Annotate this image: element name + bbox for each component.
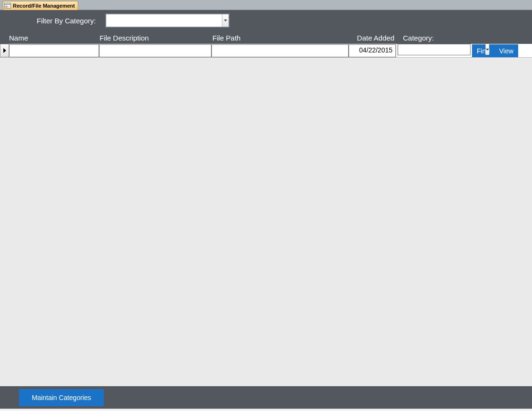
tab-title: Record/File Management <box>13 3 75 9</box>
form-icon <box>4 3 11 9</box>
date-added-field[interactable]: 04/22/2015 <box>349 44 396 57</box>
filter-category-input[interactable] <box>106 14 222 27</box>
view-button[interactable]: View <box>494 44 518 57</box>
svg-marker-8 <box>486 49 489 51</box>
chevron-down-icon <box>486 49 489 51</box>
col-header-date: Date Added <box>350 34 397 42</box>
filter-label: Filter By Category: <box>37 17 96 25</box>
maintain-categories-button[interactable]: Maintain Categories <box>19 389 104 406</box>
data-area: 04/22/2015 Find View <box>0 44 532 58</box>
svg-rect-2 <box>5 6 8 7</box>
svg-marker-6 <box>224 20 227 21</box>
filter-category-combo[interactable] <box>105 13 230 28</box>
column-headers: Name File Description File Path Date Add… <box>0 31 532 43</box>
svg-rect-1 <box>5 3 11 4</box>
name-field[interactable] <box>9 44 99 57</box>
row-selector[interactable] <box>0 44 9 57</box>
chevron-down-icon <box>224 20 227 21</box>
svg-rect-4 <box>8 6 10 7</box>
filter-row: Filter By Category: <box>0 10 532 31</box>
col-header-category: Category: <box>397 34 470 42</box>
svg-marker-7 <box>3 48 6 53</box>
tab-strip: Record/File Management <box>0 0 532 10</box>
path-field[interactable] <box>211 44 349 57</box>
col-header-name: Name <box>9 34 100 42</box>
svg-rect-3 <box>5 7 8 8</box>
category-combo[interactable] <box>398 44 471 55</box>
svg-rect-5 <box>8 7 10 8</box>
filter-category-dropdown-button[interactable] <box>222 14 229 27</box>
bottom-sliver <box>0 409 532 411</box>
data-row: 04/22/2015 Find View <box>0 44 532 58</box>
header-band: Filter By Category: Name File Descriptio… <box>0 10 532 44</box>
footer-band: Maintain Categories <box>0 386 532 409</box>
description-field[interactable] <box>99 44 211 57</box>
col-header-description: File Description <box>100 34 212 42</box>
tab-record-file-management[interactable]: Record/File Management <box>3 1 78 10</box>
category-input[interactable] <box>398 44 485 55</box>
col-header-path: File Path <box>212 34 350 42</box>
category-dropdown-button[interactable] <box>485 44 489 55</box>
row-pointer-icon <box>3 48 6 53</box>
